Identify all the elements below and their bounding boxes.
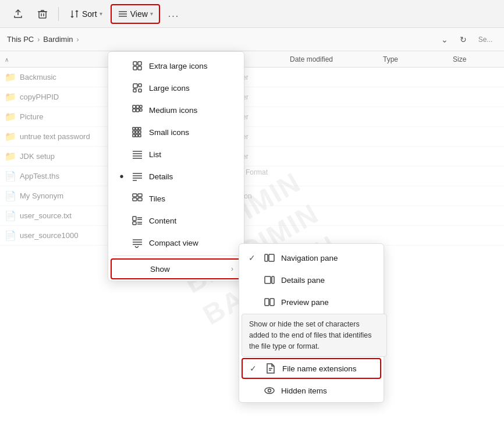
svg-rect-25: [136, 134, 138, 137]
menu-item-details[interactable]: • Details: [111, 166, 242, 187]
content-label: Content: [149, 217, 235, 225]
svg-rect-51: [272, 276, 274, 283]
sort-icon: [69, 9, 80, 19]
table-row[interactable]: 📁 copyPHPID File folder: [0, 87, 504, 107]
table-row[interactable]: 📁 untrue text password File folder: [0, 127, 504, 147]
svg-rect-7: [138, 66, 141, 70]
table-row[interactable]: 📄 user_source1000: [0, 226, 504, 246]
svg-rect-50: [265, 276, 271, 283]
share-button[interactable]: [7, 5, 29, 23]
table-row[interactable]: 📄 My Synonym Application: [0, 186, 504, 206]
view-dropdown: Extra large icons Large icons: [108, 51, 244, 281]
col-toggle[interactable]: ∧: [5, 55, 9, 63]
submenu-item-hidden-items[interactable]: Hidden items: [242, 380, 381, 401]
medium-icons-icon: [132, 104, 143, 116]
content-icon: [132, 215, 143, 226]
chevron-down-button[interactable]: ⌄: [436, 31, 453, 48]
col-type-header[interactable]: Type: [383, 55, 453, 63]
menu-item-tiles[interactable]: Tiles: [111, 188, 242, 209]
menu-item-extra-large-icons[interactable]: Extra large icons: [111, 55, 242, 76]
svg-rect-38: [138, 198, 142, 201]
svg-rect-23: [139, 131, 141, 133]
svg-rect-39: [133, 217, 136, 221]
menu-item-compact-view[interactable]: Compact view: [111, 232, 242, 253]
svg-rect-49: [269, 254, 274, 261]
svg-rect-48: [265, 254, 268, 261]
breadcrumb-bardimin[interactable]: Bardimin: [43, 35, 73, 44]
table-row[interactable]: 📁 JDK setup File folder: [0, 147, 504, 166]
menu-item-large-icons[interactable]: Large icons: [111, 77, 242, 98]
details-pane-icon: [264, 274, 275, 286]
table-row[interactable]: 📁 Picture File folder: [0, 107, 504, 127]
extra-large-icons-icon: [132, 60, 143, 72]
file-icon: 📄: [5, 210, 16, 222]
navigation-pane-icon: [264, 252, 275, 264]
col-modified-header[interactable]: Date modified: [290, 55, 383, 63]
file-icon: 📄: [5, 171, 16, 182]
menu-item-list[interactable]: List: [111, 144, 242, 165]
svg-rect-8: [133, 84, 137, 88]
refresh-button[interactable]: ↻: [455, 31, 471, 48]
more-button[interactable]: ...: [162, 5, 185, 23]
folder-icon: 📁: [5, 111, 16, 123]
sort-chevron: ▾: [100, 10, 102, 17]
svg-rect-52: [265, 299, 269, 306]
search-button[interactable]: Se...: [474, 31, 497, 48]
svg-rect-26: [139, 134, 141, 137]
svg-rect-13: [136, 105, 139, 108]
list-label: List: [149, 150, 235, 159]
svg-rect-35: [133, 194, 137, 197]
col-size-header[interactable]: Size: [453, 55, 499, 63]
details-pane-label: Details pane: [281, 276, 374, 285]
svg-rect-0: [39, 12, 46, 18]
submenu-item-file-name-extensions[interactable]: ✓ File name extensions: [242, 358, 381, 379]
svg-rect-53: [270, 299, 274, 306]
svg-rect-6: [133, 66, 137, 70]
show-icon: [133, 263, 144, 275]
file-icon: 📄: [5, 230, 16, 242]
tiles-icon: [132, 193, 143, 204]
details-icon: [132, 171, 143, 182]
extra-large-icons-label: Extra large icons: [149, 62, 235, 70]
table-row[interactable]: 📁 Backmusic File folder: [0, 68, 504, 87]
view-label: View: [130, 9, 148, 19]
breadcrumb-thispc[interactable]: This PC: [7, 35, 34, 44]
menu-item-small-icons[interactable]: Small icons: [111, 122, 242, 143]
view-chevron: ▾: [150, 10, 153, 17]
view-button[interactable]: View ▾: [111, 4, 160, 24]
large-icons-label: Large icons: [149, 84, 235, 93]
address-bar: This PC › Bardimin › ⌄ ↻ Se...: [0, 28, 504, 51]
submenu-item-preview-pane[interactable]: Preview pane: [242, 292, 381, 313]
svg-rect-42: [133, 222, 136, 225]
svg-rect-10: [133, 89, 136, 92]
svg-rect-24: [133, 134, 135, 137]
sort-label: Sort: [82, 9, 97, 19]
compact-view-icon: [132, 237, 143, 249]
separator: [58, 7, 59, 21]
menu-item-medium-icons[interactable]: Medium icons: [111, 100, 242, 120]
menu-item-content[interactable]: Content: [111, 210, 242, 231]
submenu-item-details-pane[interactable]: Details pane: [242, 269, 381, 290]
sort-button[interactable]: Sort ▾: [63, 5, 108, 23]
compact-view-label: Compact view: [149, 239, 235, 247]
file-icon: 📄: [5, 190, 16, 202]
table-row[interactable]: 📄 AppTest.ths Shortcut Format Works: [0, 166, 504, 186]
folder-icon: 📁: [5, 151, 16, 162]
delete-button[interactable]: [31, 5, 54, 23]
svg-rect-37: [133, 198, 137, 201]
main-area: BARDIMINBARDIMINBARDIMIN ∧ Name Date mod…: [0, 51, 504, 447]
table-row[interactable]: 📄 user_source.txt: [0, 206, 504, 226]
check-file-name-extensions: ✓: [250, 364, 259, 373]
details-label: Details: [149, 172, 235, 181]
svg-point-57: [268, 389, 271, 392]
svg-point-56: [265, 388, 274, 393]
bullet-details: •: [118, 171, 126, 182]
svg-rect-18: [133, 127, 135, 130]
menu-divider: [113, 256, 239, 256]
tooltip-box: Show or hide the set of characters added…: [242, 314, 387, 357]
show-arrow: ›: [231, 265, 233, 273]
menu-item-show[interactable]: Show ›: [111, 258, 242, 279]
svg-rect-21: [133, 131, 135, 133]
more-label: ...: [168, 9, 179, 19]
submenu-item-navigation-pane[interactable]: ✓ Navigation pane: [242, 247, 381, 268]
